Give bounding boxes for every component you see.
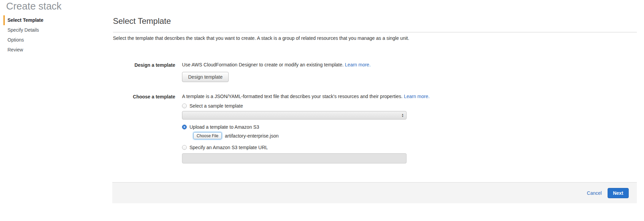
sidebar-item-specify-details[interactable]: Specify Details [3, 25, 88, 35]
choose-file-button[interactable]: Choose File [193, 132, 222, 139]
design-template-button[interactable]: Design template [182, 72, 229, 82]
heading-divider [113, 32, 637, 32]
sidebar-item-select-template[interactable]: Select Template [3, 15, 88, 25]
choose-template-row: Choose a template A template is a JSON/Y… [113, 94, 430, 163]
choose-learn-more-link[interactable]: Learn more. [404, 94, 429, 99]
s3-url-radio[interactable] [182, 145, 187, 150]
sample-template-select[interactable]: ▲ ▼ [182, 111, 407, 120]
select-stepper-icon: ▲ ▼ [401, 113, 404, 117]
sidebar-item-review[interactable]: Review [3, 45, 88, 55]
sidebar-item-options[interactable]: Options [3, 35, 88, 45]
section-description: Select the template that describes the s… [113, 35, 555, 41]
upload-template-radio-label[interactable]: Upload a template to Amazon S3 [189, 124, 259, 130]
s3-url-option: Specify an Amazon S3 template URL [182, 145, 430, 150]
section-heading: Select Template [113, 16, 171, 26]
design-template-row: Design a template Use AWS CloudFormation… [113, 62, 370, 82]
upload-template-option: Upload a template to Amazon S3 [182, 124, 430, 130]
s3-url-radio-label[interactable]: Specify an Amazon S3 template URL [189, 145, 268, 150]
wizard-footer: Cancel Next [112, 182, 637, 203]
choose-template-label: Choose a template [113, 94, 175, 99]
sample-template-radio[interactable] [182, 104, 187, 108]
s3-url-input[interactable] [182, 153, 407, 163]
uploaded-file-name: artifactory-enterprise.json [225, 133, 279, 139]
page-title: Create stack [6, 1, 62, 12]
file-upload-row: Choose File artifactory-enterprise.json [193, 132, 430, 139]
choose-template-text: A template is a JSON/YAML-formatted text… [182, 94, 404, 99]
wizard-steps-sidebar: Select Template Specify Details Options … [3, 15, 88, 55]
cancel-button[interactable]: Cancel [587, 190, 602, 196]
design-learn-more-link[interactable]: Learn more. [345, 62, 370, 67]
sample-template-option: Select a sample template [182, 103, 430, 109]
next-button[interactable]: Next [608, 188, 629, 198]
upload-template-radio[interactable] [182, 125, 187, 129]
design-template-label: Design a template [113, 62, 175, 68]
sample-template-radio-label[interactable]: Select a sample template [189, 103, 243, 109]
design-template-text: Use AWS CloudFormation Designer to creat… [182, 62, 345, 67]
